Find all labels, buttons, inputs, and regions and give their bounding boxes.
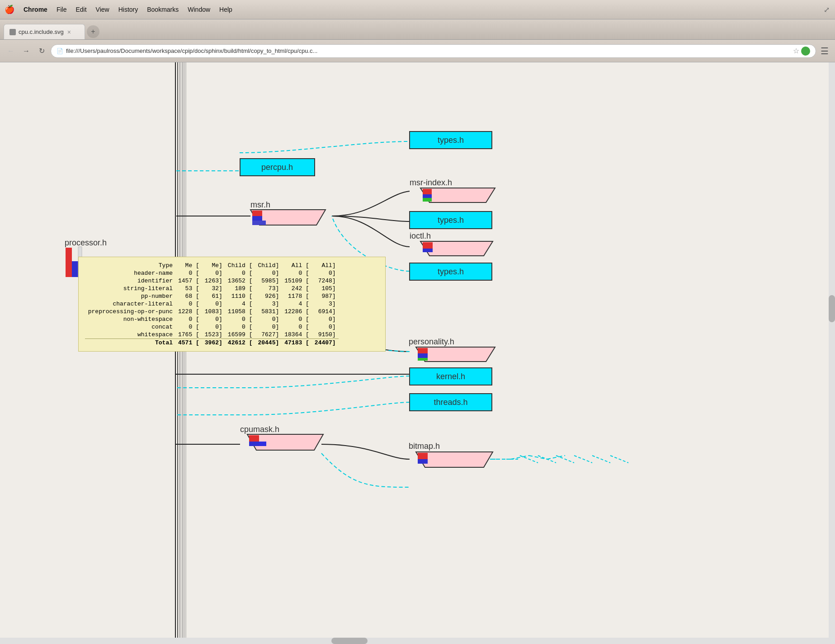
child-open-cell: 4 [ bbox=[225, 300, 255, 308]
child-open-cell: 0 [ bbox=[225, 323, 255, 331]
col-type-header: Type bbox=[85, 262, 175, 269]
horizontal-scrollbar[interactable] bbox=[0, 638, 829, 644]
type-cell: identifier bbox=[85, 277, 175, 285]
me-open-cell: 1457 [ bbox=[175, 277, 202, 285]
me-close-cell: 1523] bbox=[202, 331, 225, 339]
child-close-cell: 0] bbox=[255, 269, 282, 277]
col-me-close-header: Me] bbox=[202, 262, 225, 269]
visualization-svg: types.h percpu.h msr-index.h types.h msr… bbox=[0, 62, 829, 644]
me-open-cell: 1765 [ bbox=[175, 331, 202, 339]
all-open-cell: 0 [ bbox=[282, 269, 312, 277]
table-row: string-literal 53 [ 32] 189 [ 73] 242 [ … bbox=[85, 285, 339, 292]
col-me-open-header: Me [ bbox=[175, 262, 202, 269]
address-bar: ← → ↻ 📄 file:///Users/paulross/Documents… bbox=[0, 40, 835, 62]
col-all-close-header: All] bbox=[312, 262, 339, 269]
url-bar[interactable]: 📄 file:///Users/paulross/Documents/works… bbox=[51, 44, 816, 58]
all-open-cell: 0 [ bbox=[282, 323, 312, 331]
svg-rect-60 bbox=[418, 453, 428, 459]
svg-rect-24 bbox=[423, 198, 432, 202]
menu-edit[interactable]: Edit bbox=[71, 4, 91, 15]
child-open-cell: 189 [ bbox=[225, 285, 255, 292]
tab-close-button[interactable]: × bbox=[67, 28, 71, 36]
table-row: whitespace 1765 [ 1523] 16599 [ 7627] 18… bbox=[85, 331, 339, 339]
me-open-cell: 0 [ bbox=[175, 269, 202, 277]
child-close-cell: 926] bbox=[255, 292, 282, 300]
all-open-cell: 242 [ bbox=[282, 285, 312, 292]
table-row: Total 4571 [ 3962] 42612 [ 20445] 47183 … bbox=[85, 339, 339, 347]
svg-rect-36 bbox=[423, 249, 433, 252]
horizontal-scrollbar-thumb[interactable] bbox=[331, 638, 368, 644]
svg-marker-45 bbox=[416, 347, 495, 362]
child-open-cell: 0 [ bbox=[225, 315, 255, 323]
menu-chrome[interactable]: Chrome bbox=[19, 4, 52, 15]
svg-rect-46 bbox=[418, 348, 428, 353]
child-open-cell: 1110 [ bbox=[225, 292, 255, 300]
tab-title: cpu.c.include.svg bbox=[19, 28, 64, 35]
child-open-cell: 42612 [ bbox=[225, 339, 255, 347]
back-button[interactable]: ← bbox=[5, 45, 17, 57]
all-open-cell: 18364 [ bbox=[282, 331, 312, 339]
all-close-cell: 0] bbox=[312, 315, 339, 323]
me-open-cell: 68 [ bbox=[175, 292, 202, 300]
type-cell: character-literal bbox=[85, 300, 175, 308]
all-open-cell: 47183 [ bbox=[282, 339, 312, 347]
active-tab[interactable]: cpu.c.include.svg × bbox=[4, 24, 85, 39]
all-close-cell: 987] bbox=[312, 292, 339, 300]
menu-file[interactable]: File bbox=[52, 4, 71, 15]
table-row: identifier 1457 [ 1263] 13652 [ 5985] 15… bbox=[85, 277, 339, 285]
menu-help[interactable]: Help bbox=[215, 4, 237, 15]
svg-text:processor.h: processor.h bbox=[65, 238, 107, 247]
all-open-cell: 12286 [ bbox=[282, 308, 312, 315]
svg-text:bitmap.h: bitmap.h bbox=[409, 442, 440, 451]
expand-icon[interactable]: ⤢ bbox=[824, 5, 830, 14]
forward-button[interactable]: → bbox=[20, 45, 33, 57]
child-close-cell: 20445] bbox=[255, 339, 282, 347]
table-row: preprocessing-op-or-punc 1228 [ 1083] 11… bbox=[85, 308, 339, 315]
child-open-cell: 11058 [ bbox=[225, 308, 255, 315]
svg-text:types.h: types.h bbox=[438, 216, 464, 225]
table-row: pp-number 68 [ 61] 1110 [ 926] 1178 [ 98… bbox=[85, 292, 339, 300]
bookmark-star-icon[interactable]: ☆ bbox=[793, 47, 799, 55]
table-row: concat 0 [ 0] 0 [ 0] 0 [ 0] bbox=[85, 323, 339, 331]
vertical-scrollbar-thumb[interactable] bbox=[829, 295, 835, 322]
col-all-open-header: All [ bbox=[282, 262, 312, 269]
me-close-cell: 61] bbox=[202, 292, 225, 300]
me-open-cell: 0 [ bbox=[175, 315, 202, 323]
me-close-cell: 0] bbox=[202, 323, 225, 331]
me-open-cell: 1228 [ bbox=[175, 308, 202, 315]
all-close-cell: 6914] bbox=[312, 308, 339, 315]
svg-text:ioctl.h: ioctl.h bbox=[410, 231, 431, 240]
chrome-menu-button[interactable]: ☰ bbox=[819, 44, 830, 58]
menu-view[interactable]: View bbox=[91, 4, 114, 15]
apple-icon[interactable]: 🍎 bbox=[5, 5, 14, 14]
me-close-cell: 0] bbox=[202, 269, 225, 277]
all-close-cell: 0] bbox=[312, 269, 339, 277]
svg-text:personality.h: personality.h bbox=[409, 337, 454, 346]
me-close-cell: 3962] bbox=[202, 339, 225, 347]
connection-indicator bbox=[801, 47, 810, 56]
menu-bookmarks[interactable]: Bookmarks bbox=[142, 4, 183, 15]
me-close-cell: 1083] bbox=[202, 308, 225, 315]
all-open-cell: 1178 [ bbox=[282, 292, 312, 300]
child-close-cell: 5831] bbox=[255, 308, 282, 315]
svg-rect-22 bbox=[423, 189, 432, 194]
svg-rect-61 bbox=[418, 459, 428, 464]
svg-text:msr-index.h: msr-index.h bbox=[410, 178, 452, 187]
menu-window[interactable]: Window bbox=[183, 4, 215, 15]
menu-history[interactable]: History bbox=[114, 4, 143, 15]
new-tab-button[interactable]: + bbox=[87, 25, 99, 38]
svg-rect-30 bbox=[252, 216, 262, 221]
svg-rect-47 bbox=[418, 353, 428, 358]
reload-button[interactable]: ↻ bbox=[35, 45, 48, 57]
me-close-cell: 1263] bbox=[202, 277, 225, 285]
content-area: types.h percpu.h msr-index.h types.h msr… bbox=[0, 62, 835, 644]
svg-text:msr.h: msr.h bbox=[250, 200, 270, 209]
svg-text:cpumask.h: cpumask.h bbox=[240, 425, 279, 434]
url-text: file:///Users/paulross/Documents/workspa… bbox=[66, 47, 789, 54]
table-row: header-name 0 [ 0] 0 [ 0] 0 [ 0] bbox=[85, 269, 339, 277]
svg-rect-56 bbox=[249, 442, 259, 446]
child-open-cell: 16599 [ bbox=[225, 331, 255, 339]
all-close-cell: 105] bbox=[312, 285, 339, 292]
vertical-scrollbar[interactable] bbox=[829, 62, 835, 644]
child-open-cell: 0 [ bbox=[225, 269, 255, 277]
